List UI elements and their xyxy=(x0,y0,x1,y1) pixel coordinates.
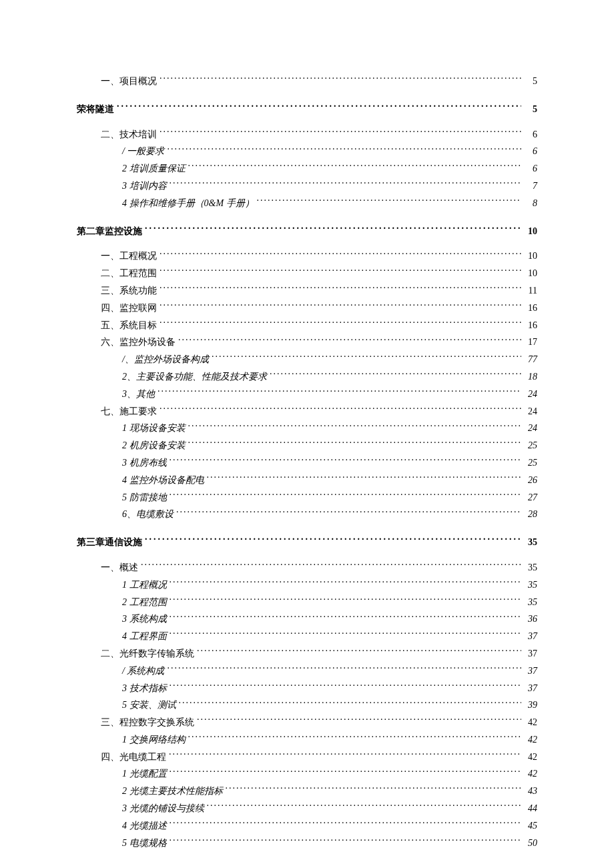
toc-label: 二、技术培训 xyxy=(101,127,157,143)
toc-leader-dots xyxy=(226,785,522,794)
toc-entry[interactable]: 2 机房设备安装25 xyxy=(77,438,537,454)
toc-entry[interactable]: 4 操作和维修手册（0&M 手册）8 xyxy=(77,195,537,211)
toc-label: 三、程控数字交换系统 xyxy=(101,715,194,731)
toc-page-number: 37 xyxy=(524,663,537,679)
toc-entry[interactable]: 3 系统构成36 xyxy=(77,611,537,627)
toc-entry[interactable]: 5 安装、测试39 xyxy=(77,697,537,713)
toc-entry[interactable]: 三、程控数字交换系统42 xyxy=(77,715,537,731)
toc-label: 5 电缆规格 xyxy=(122,835,167,851)
toc-label: 4 操作和维修手册（0&M 手册） xyxy=(122,195,254,211)
toc-page-number: 24 xyxy=(524,420,537,436)
toc-label: 3 系统构成 xyxy=(122,611,167,627)
toc-entry[interactable]: / 系统构成37 xyxy=(77,663,537,679)
toc-page-number: 42 xyxy=(524,749,537,765)
toc-entry[interactable]: 4 监控外场设备配电26 xyxy=(77,472,537,488)
toc-entry[interactable]: 二、光纤数字传输系统37 xyxy=(77,646,537,662)
toc-label: 2 机房设备安装 xyxy=(122,438,186,454)
toc-page-number: 5 xyxy=(524,73,537,89)
toc-leader-dots xyxy=(257,197,521,206)
toc-page-number: 50 xyxy=(524,835,537,851)
toc-page-number: 37 xyxy=(524,646,537,662)
toc-leader-dots xyxy=(170,767,522,777)
toc-entry[interactable]: 5 防雷接地27 xyxy=(77,490,537,506)
toc-entry[interactable]: 2 光缆主要技术性能指标43 xyxy=(77,783,537,799)
toc-entry[interactable]: 二、工程范围10 xyxy=(77,266,537,282)
toc-page-number: 18 xyxy=(524,369,537,385)
toc-page-number: 35 xyxy=(524,534,537,550)
toc-entry[interactable]: 一、项目概况5 xyxy=(77,73,537,89)
toc-entry[interactable]: 1 现场设备安装24 xyxy=(77,420,537,436)
toc-leader-dots xyxy=(188,439,522,448)
toc-entry[interactable]: 四、监控联网16 xyxy=(77,300,537,316)
toc-page-number: 42 xyxy=(524,732,537,748)
toc-page-number: 35 xyxy=(524,577,537,593)
toc-page-number: 39 xyxy=(524,697,537,713)
toc-entry[interactable]: 2、主要设备功能、性能及技术要求18 xyxy=(77,369,537,385)
toc-page-number: 24 xyxy=(524,404,537,420)
toc-label: 荣将隧道 xyxy=(77,101,114,117)
toc-entry[interactable]: 1 交换网络结构42 xyxy=(77,732,537,748)
toc-page-number: 24 xyxy=(524,386,537,402)
toc-label: 一、概述 xyxy=(101,560,138,576)
toc-label: 一、项目概况 xyxy=(101,73,157,89)
toc-leader-dots xyxy=(170,837,522,846)
toc-leader-dots xyxy=(170,630,522,639)
toc-entry[interactable]: 一、概述35 xyxy=(77,560,537,576)
toc-entry[interactable]: 第二章监控设施10 xyxy=(77,224,537,240)
toc-entry[interactable]: 1 工程概况35 xyxy=(77,577,537,593)
toc-entry[interactable]: 5 电缆规格50 xyxy=(77,835,537,851)
toc-entry[interactable]: 三、系统功能11 xyxy=(77,283,537,299)
toc-entry[interactable]: 2 工程范围35 xyxy=(77,594,537,610)
toc-leader-dots xyxy=(160,75,521,84)
toc-label: /、监控外场设备构成 xyxy=(122,352,209,368)
toc-page-number: 42 xyxy=(524,766,537,782)
toc-leader-dots xyxy=(169,751,521,760)
toc-page-number: 16 xyxy=(524,300,537,316)
toc-entry[interactable]: 一、工程概况10 xyxy=(77,248,537,264)
toc-entry[interactable]: 3 培训内容7 xyxy=(77,178,537,194)
toc-leader-dots xyxy=(160,267,521,276)
toc-entry[interactable]: 3 光缆的铺设与接续44 xyxy=(77,801,537,817)
toc-leader-dots xyxy=(197,716,521,725)
toc-leader-dots xyxy=(141,561,521,570)
toc-page-number: 45 xyxy=(524,818,537,834)
toc-entry[interactable]: 第三章通信设施35 xyxy=(77,534,537,550)
toc-entry[interactable]: 4 光缆描述45 xyxy=(77,818,537,834)
toc-leader-dots xyxy=(160,284,521,294)
toc-label: 1 光缆配置 xyxy=(122,766,167,782)
toc-entry[interactable]: 二、技术培训6 xyxy=(77,127,537,143)
toc-leader-dots xyxy=(160,405,521,414)
toc-leader-dots xyxy=(170,682,522,691)
toc-leader-dots xyxy=(178,336,521,345)
toc-entry[interactable]: 四、光电缆工程42 xyxy=(77,749,537,765)
toc-entry[interactable]: 荣将隧道5 xyxy=(77,101,537,117)
toc-page-number: 7 xyxy=(524,178,537,194)
toc-page-number: 5 xyxy=(524,101,537,117)
toc-entry[interactable]: 七、施工要求24 xyxy=(77,404,537,420)
toc-leader-dots xyxy=(188,422,522,431)
toc-entry[interactable]: 1 光缆配置42 xyxy=(77,766,537,782)
toc-entry[interactable]: 6、电缆敷设28 xyxy=(77,506,537,522)
toc-entry[interactable]: 五、系统目标16 xyxy=(77,318,537,334)
toc-entry[interactable]: 3、其他24 xyxy=(77,386,537,402)
toc-label: 二、工程范围 xyxy=(101,266,157,282)
toc-page-number: 6 xyxy=(524,127,537,143)
toc-page-number: 10 xyxy=(524,248,537,264)
toc-list: 一、项目概况5荣将隧道5二、技术培训6/ 一般要求62 培训质量保证63 培训内… xyxy=(77,73,537,851)
toc-entry[interactable]: 六、监控外场设备17 xyxy=(77,334,537,350)
toc-leader-dots xyxy=(170,456,522,466)
toc-entry[interactable]: 3 技术指标37 xyxy=(77,681,537,697)
toc-entry[interactable]: 4 工程界面37 xyxy=(77,628,537,644)
toc-label: 一、工程概况 xyxy=(101,248,157,264)
toc-leader-dots xyxy=(170,819,522,829)
toc-label: 2 光缆主要技术性能指标 xyxy=(122,783,223,799)
toc-entry[interactable]: /、监控外场设备构成77 xyxy=(77,352,537,368)
toc-leader-dots xyxy=(160,302,521,311)
toc-page-number: 6 xyxy=(524,143,537,159)
toc-label: 第三章通信设施 xyxy=(77,534,142,550)
toc-entry[interactable]: 3 机房布线25 xyxy=(77,455,537,471)
toc-page-number: 25 xyxy=(524,438,537,454)
toc-entry[interactable]: 2 培训质量保证6 xyxy=(77,161,537,177)
toc-entry[interactable]: / 一般要求6 xyxy=(77,143,537,159)
toc-label: 二、光纤数字传输系统 xyxy=(101,646,194,662)
